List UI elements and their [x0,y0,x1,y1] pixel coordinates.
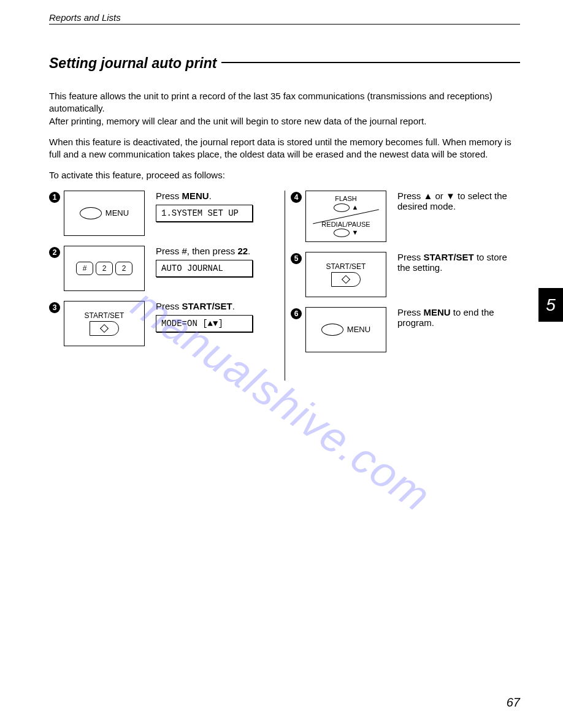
oval-button-icon [334,203,350,212]
page-number: 67 [507,696,520,710]
start-button-icon [331,272,361,287]
down-arrow-icon: ▼ [352,229,359,237]
oval-button-icon [334,229,350,237]
menu-label: MENU [347,325,370,334]
start-set-label: START/SET [85,311,124,320]
step-2-instruction: Press #, then press 22. [156,246,274,256]
digit-key-icon: 2 [96,262,113,275]
diamond-icon [342,275,350,283]
step-number-icon: 6 [291,308,302,319]
step-5: 5 START/SET Press START/SET to store the… [291,252,520,297]
flash-redial-diagram: FLASH ▲ REDIAL/PAUSE ▼ [305,191,386,242]
column-divider [285,191,285,381]
step-5-instruction: Press START/SET to store the setting. [397,252,515,273]
step-6: 6 MENU Press MENU to end the program. [291,307,520,352]
step-number-icon: 3 [49,302,60,313]
step-3-instruction: Press START/SET. [156,301,274,311]
section-header: Reports and Lists [49,12,520,25]
hash-key-icon: # [76,262,93,275]
start-set-diagram: START/SET [64,301,145,346]
intro-para-2: When this feature is deactivated, the jo… [49,136,520,161]
step-2: 2 # 2 2 Press #, then press 22. AUTO JOU… [49,246,278,291]
step-number-icon: 2 [49,247,60,258]
step-3-display: MODE=ON [▲▼] [156,315,253,332]
start-set-label: START/SET [326,262,366,271]
intro-para-3: To activate this feature, proceed as fol… [49,169,520,181]
menu-button-diagram: MENU [305,307,386,352]
start-button-icon [90,321,119,336]
step-3: 3 START/SET Press START/SET. MODE=ON [▲▼… [49,301,278,346]
intro-para-1: This feature allows the unit to print a … [49,90,520,127]
step-6-instruction: Press MENU to end the program. [397,307,515,328]
menu-button-diagram: MENU [64,191,145,236]
diamond-icon [100,324,109,332]
oval-button-icon [321,324,343,336]
digit-key-icon: 2 [115,262,132,275]
oval-button-icon [80,207,102,219]
step-number-icon: 4 [291,192,302,203]
step-2-display: AUTO JOURNAL [156,260,253,277]
step-4: 4 FLASH ▲ REDIAL/PAUSE ▼ Press ▲ or ▼ to… [291,191,520,242]
keypad-diagram: # 2 2 [64,246,145,291]
title-rule [221,62,520,63]
up-arrow-icon: ▲ [352,203,359,211]
step-4-instruction: Press ▲ or ▼ to select the desired mode. [397,191,515,211]
step-number-icon: 5 [291,253,302,264]
steps-container: 1 MENU Press MENU. 1.SYSTEM SET UP 2 [49,191,520,362]
start-set-diagram: START/SET [305,252,386,297]
chapter-tab: 5 [538,288,563,322]
redial-label: REDIAL/PAUSE [321,221,370,229]
flash-label: FLASH [335,195,356,203]
step-1-instruction: Press MENU. [156,191,274,201]
page-title: Setting journal auto print [49,55,216,72]
step-number-icon: 1 [49,192,60,203]
menu-label: MENU [105,208,129,218]
step-1-display: 1.SYSTEM SET UP [156,205,253,222]
step-1: 1 MENU Press MENU. 1.SYSTEM SET UP [49,191,278,236]
